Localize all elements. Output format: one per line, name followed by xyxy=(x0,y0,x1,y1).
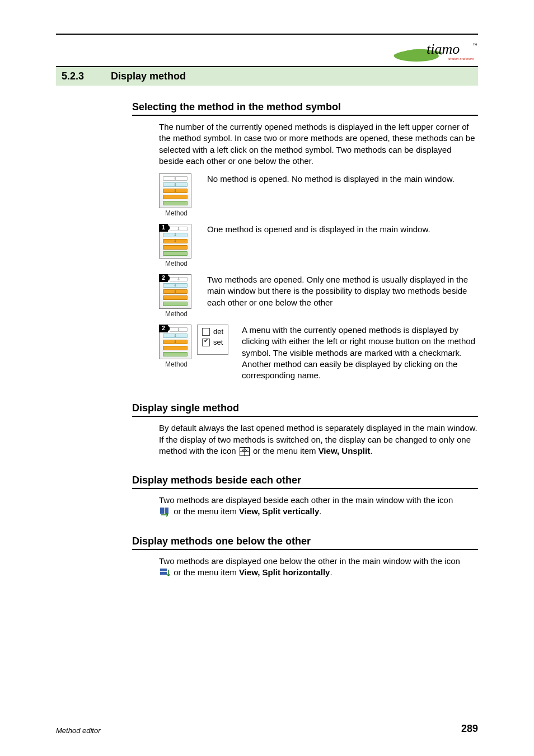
svg-rect-8 xyxy=(165,508,168,514)
svg-rect-9 xyxy=(160,569,167,571)
svg-text:titration and more: titration and more xyxy=(448,57,474,60)
method-caption: Method xyxy=(159,360,194,368)
method-caption: Method xyxy=(159,209,194,217)
svg-rect-7 xyxy=(160,508,164,514)
subheading-beside: Display methods beside each other xyxy=(132,475,478,489)
checkbox-icon xyxy=(202,328,210,336)
row1-text: One method is opened and is displayed in… xyxy=(207,224,478,235)
intro-paragraph: The number of the currently opened metho… xyxy=(159,121,478,167)
menu-option-label: set xyxy=(213,338,223,346)
row3-text: A menu with the currently opened methods… xyxy=(242,325,478,381)
single-method-paragraph: By default always the last opened method… xyxy=(159,422,478,457)
below-paragraph: Two methods are displayed one below the … xyxy=(159,556,478,579)
row2-text: Two methods are opened. Only one method … xyxy=(207,274,478,308)
method-context-menu: det set xyxy=(197,325,228,355)
svg-rect-10 xyxy=(160,572,167,575)
subheading-below: Display methods one below the other xyxy=(132,536,478,550)
split-vertical-icon xyxy=(160,508,170,516)
menu-path: View, Split horizontally xyxy=(239,567,330,577)
method-icon-two-menu[interactable]: 2 ⇩ ⇩ ⇩ Method xyxy=(159,325,194,368)
checkbox-checked-icon xyxy=(202,339,210,346)
section-number: 5.2.3 xyxy=(62,71,84,82)
svg-text:tiamo: tiamo xyxy=(427,41,460,57)
method-caption: Method xyxy=(159,310,194,318)
method-icon-one: 1 ⇩ ⇩ ⇩ Method xyxy=(159,224,194,267)
section-title: Display method xyxy=(111,71,186,82)
method-icon-none: ⇩ ⇩ ⇩ Method xyxy=(159,173,194,217)
beside-paragraph: Two methods are displayed beside each ot… xyxy=(159,495,478,518)
menu-option-det[interactable]: det xyxy=(202,327,223,336)
svg-text:™: ™ xyxy=(472,43,477,48)
menu-option-set[interactable]: set xyxy=(202,338,223,346)
row0-text: No method is opened. No method is displa… xyxy=(207,173,478,185)
method-caption: Method xyxy=(159,260,194,267)
footer-left: Method editor xyxy=(56,726,101,735)
subheading-selecting: Selecting the method in the method symbo… xyxy=(132,101,478,116)
page-number: 289 xyxy=(461,723,478,735)
split-horizontal-icon xyxy=(160,569,170,577)
menu-option-label: det xyxy=(213,327,223,336)
tiamo-logo: tiamo ™ titration and more xyxy=(394,40,478,62)
subheading-single: Display single method xyxy=(132,402,478,417)
unsplit-icon xyxy=(240,447,250,456)
menu-path: View, Unsplit xyxy=(318,446,371,456)
section-heading: 5.2.3 Display method xyxy=(56,66,478,86)
menu-path: View, Split vertically xyxy=(239,506,319,516)
method-icon-two: 2 ⇩ ⇩ ⇩ Method xyxy=(159,274,194,318)
